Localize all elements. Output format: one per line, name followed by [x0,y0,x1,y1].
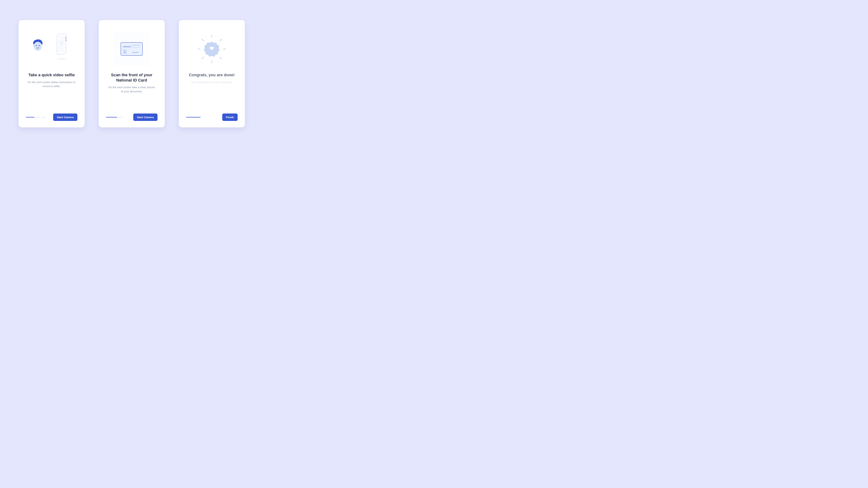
progress-segment [118,117,122,118]
success-badge-illustration [195,33,228,65]
id-signature-icon [132,51,139,53]
svg-line-15 [202,39,204,41]
svg-point-2 [39,45,40,46]
id-card-icon: National ID [121,42,143,56]
card-subtitle: On the next screen follow instructions t… [26,80,78,88]
progress-segment [106,117,117,118]
progress-segment [36,117,40,118]
onboarding-card-selfie: Take a quick video selfie On the next sc… [19,20,85,127]
svg-rect-5 [66,37,66,39]
svg-point-1 [36,45,37,46]
svg-point-10 [124,51,125,52]
onboarding-card-done: Congrats, you are done! Your verificatio… [179,20,245,127]
card-title: Scan the front of your National ID Card [106,72,157,83]
illustration-area [26,27,78,71]
id-card-illustration: National ID [114,33,150,65]
onboarding-card-scan-id: National ID Scan the front of you [99,20,165,127]
svg-line-16 [220,57,221,59]
start-camera-button[interactable]: Start Camera [133,113,157,121]
finish-button[interactable]: Finish [222,113,238,121]
phone-icon [55,34,70,61]
progress-segment [41,117,45,118]
illustration-area [186,27,238,71]
svg-rect-6 [66,39,66,41]
progress-segment [186,117,200,118]
svg-point-8 [57,58,66,60]
face-icon [32,39,44,53]
bottom-row: Start Camera [26,113,78,121]
card-title: Congrats, you are done! [186,72,238,78]
selfie-illustration [32,34,71,64]
illustration-area: National ID [106,27,157,71]
card-subtitle: On the next screen take a clear picture … [106,85,157,93]
progress-indicator [186,117,200,118]
card-title: Take a quick video selfie [26,72,78,78]
id-photo-icon [123,50,126,54]
id-line [123,47,140,47]
card-subtitle: Your verification is now in process. [186,80,238,85]
progress-indicator [26,117,45,118]
id-line [132,45,140,45]
svg-line-17 [202,57,204,59]
start-camera-button[interactable]: Start Camera [53,113,77,121]
bottom-row: Finish [186,113,238,121]
svg-line-18 [220,39,221,41]
progress-indicator [106,117,122,118]
progress-segment [26,117,35,118]
svg-point-0 [34,42,42,51]
heart-icon [210,46,214,51]
bottom-row: Start Camera [106,113,157,121]
